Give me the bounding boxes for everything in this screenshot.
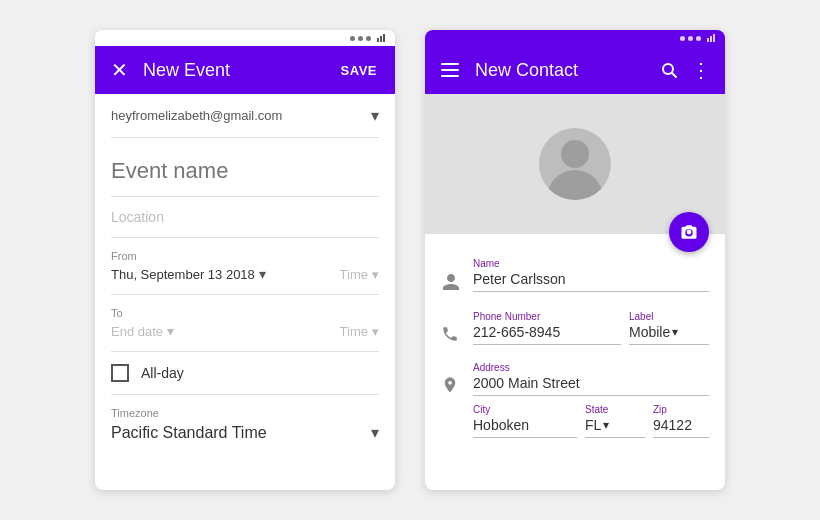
menu-line-3: [441, 75, 459, 77]
from-date-time-row: Thu, September 13 2018 ▾ Time ▾: [111, 266, 379, 282]
status-dot-c2: [688, 36, 693, 41]
event-app-bar: ✕ New Event SAVE: [95, 46, 395, 94]
name-field-content: Name Peter Carlsson: [473, 258, 709, 292]
phone-icon: [441, 325, 461, 348]
city-label: City: [473, 404, 577, 415]
zip-field: Zip 94122: [653, 404, 709, 438]
to-section: To End date ▾ Time ▾: [111, 295, 379, 352]
from-time-select[interactable]: Time ▾: [340, 267, 379, 282]
menu-line-1: [441, 63, 459, 65]
phone-label-chevron-icon: ▾: [672, 325, 678, 339]
to-time-placeholder: Time: [340, 324, 368, 339]
svg-rect-0: [377, 38, 379, 42]
name-field-row: Name Peter Carlsson: [441, 258, 709, 297]
allday-label: All-day: [141, 365, 184, 381]
status-dot-c1: [680, 36, 685, 41]
new-contact-card: New Contact ⋮ Name: [425, 30, 725, 490]
phone-field-row: Phone Number 212-665-8945 Label Mobile ▾: [441, 311, 709, 348]
menu-line-2: [441, 69, 459, 71]
phone-number-value[interactable]: 212-665-8945: [473, 324, 621, 345]
to-date-chevron-icon: ▾: [167, 323, 174, 339]
from-date-value: Thu, September 13 2018: [111, 267, 255, 282]
svg-line-7: [672, 73, 676, 77]
location-placeholder: Location: [111, 209, 379, 225]
from-date-chevron-icon: ▾: [259, 266, 266, 282]
to-date-select[interactable]: End date ▾: [111, 323, 174, 339]
avatar: [539, 128, 611, 200]
phone-label-select[interactable]: Mobile ▾: [629, 324, 709, 345]
more-options-icon[interactable]: ⋮: [689, 58, 713, 82]
svg-rect-1: [380, 36, 382, 42]
from-label: From: [111, 250, 379, 262]
from-time-chevron-icon: ▾: [372, 267, 379, 282]
save-button[interactable]: SAVE: [335, 59, 383, 82]
svg-rect-2: [383, 34, 385, 42]
from-section: From Thu, September 13 2018 ▾ Time ▾: [111, 238, 379, 295]
event-name-input[interactable]: [111, 138, 379, 197]
svg-rect-3: [707, 38, 709, 42]
to-label: To: [111, 307, 379, 319]
name-label: Name: [473, 258, 709, 269]
timezone-field[interactable]: Timezone Pacific Standard Time ▾: [111, 395, 379, 454]
status-dot-2: [358, 36, 363, 41]
address-row: City Hoboken State FL ▾ Zip 94122: [473, 404, 709, 438]
status-dot-1: [350, 36, 355, 41]
event-body: heyfromelizabeth@gmail.com ▾ Location Fr…: [95, 94, 395, 490]
status-bar-event: [95, 30, 395, 46]
allday-row[interactable]: All-day: [111, 352, 379, 395]
to-time-chevron-icon: ▾: [372, 324, 379, 339]
phone-label-label: Label: [629, 311, 709, 322]
to-time-select[interactable]: Time ▾: [340, 324, 379, 339]
signal-icon: [377, 34, 387, 42]
status-dot-c3: [696, 36, 701, 41]
state-select[interactable]: FL ▾: [585, 417, 645, 438]
contact-body: Name Peter Carlsson Phone Number 212-665…: [425, 234, 725, 490]
city-field: City Hoboken: [473, 404, 577, 438]
to-date-time-row: End date ▾ Time ▾: [111, 323, 379, 339]
new-event-card: ✕ New Event SAVE heyfromelizabeth@gmail.…: [95, 30, 395, 490]
timezone-chevron-icon: ▾: [371, 423, 379, 442]
close-icon[interactable]: ✕: [107, 58, 131, 82]
state-value: FL: [585, 417, 601, 433]
phone-input-group: Phone Number 212-665-8945 Label Mobile ▾: [473, 311, 709, 345]
address-label: Address: [473, 362, 709, 373]
timezone-value: Pacific Standard Time: [111, 424, 267, 442]
menu-icon[interactable]: [437, 61, 463, 79]
state-field: State FL ▾: [585, 404, 645, 438]
timezone-label: Timezone: [111, 407, 379, 419]
from-time-placeholder: Time: [340, 267, 368, 282]
address-content: Address 2000 Main Street City Hoboken St…: [473, 362, 709, 438]
contact-app-bar: New Contact ⋮: [425, 46, 725, 94]
location-icon: [441, 376, 461, 399]
location-field[interactable]: Location: [111, 197, 379, 238]
phone-number-field: Phone Number 212-665-8945: [473, 311, 621, 345]
address-value[interactable]: 2000 Main Street: [473, 375, 709, 396]
person-icon: [441, 272, 461, 297]
account-email: heyfromelizabeth@gmail.com: [111, 108, 282, 123]
svg-rect-4: [710, 36, 712, 42]
status-dot-3: [366, 36, 371, 41]
address-field-row: Address 2000 Main Street City Hoboken St…: [441, 362, 709, 438]
state-chevron-icon: ▾: [603, 418, 609, 432]
from-date-select[interactable]: Thu, September 13 2018 ▾: [111, 266, 266, 282]
phone-label-field: Label Mobile ▾: [629, 311, 709, 345]
svg-rect-5: [713, 34, 715, 42]
zip-value[interactable]: 94122: [653, 417, 709, 438]
timezone-value-row: Pacific Standard Time ▾: [111, 423, 379, 442]
search-icon[interactable]: [657, 58, 681, 82]
phone-number-label: Phone Number: [473, 311, 621, 322]
allday-checkbox[interactable]: [111, 364, 129, 382]
chevron-down-icon: ▾: [371, 106, 379, 125]
zip-label: Zip: [653, 404, 709, 415]
camera-fab-button[interactable]: [669, 212, 709, 252]
contact-hero: [425, 94, 725, 234]
phone-label-value: Mobile: [629, 324, 670, 340]
account-selector[interactable]: heyfromelizabeth@gmail.com ▾: [111, 94, 379, 138]
state-label: State: [585, 404, 645, 415]
signal-icon-contact: [707, 34, 717, 42]
event-app-bar-title: New Event: [143, 60, 335, 81]
city-value[interactable]: Hoboken: [473, 417, 577, 438]
status-bar-contact: [425, 30, 725, 46]
name-value[interactable]: Peter Carlsson: [473, 271, 709, 292]
to-date-placeholder: End date: [111, 324, 163, 339]
